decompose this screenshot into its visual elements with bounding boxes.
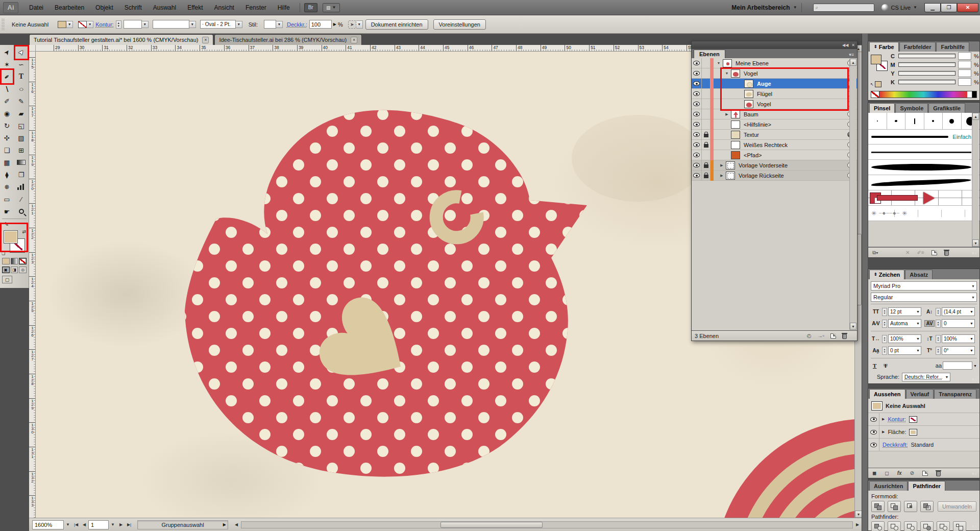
scroll-left-icon[interactable]: ◀: [232, 521, 240, 529]
vertical-scale-field[interactable]: 100%▼: [942, 334, 975, 343]
layer-name[interactable]: Vogel: [753, 101, 847, 107]
expand-triangle[interactable]: [718, 174, 726, 178]
visibility-toggle[interactable]: [692, 140, 702, 150]
fill-color-dropdown[interactable]: ▼: [58, 21, 73, 28]
layer-thumbnail[interactable]: [744, 100, 753, 108]
remove-brush-icon[interactable]: ✕: [905, 250, 910, 255]
underline-button[interactable]: T: [873, 363, 876, 369]
channel-value-field[interactable]: [958, 52, 971, 60]
layer-name[interactable]: Auge: [753, 81, 847, 87]
panel-tab[interactable]: ⇕Farbhilfe: [936, 42, 969, 52]
layer-name[interactable]: Meine Ebene: [732, 60, 847, 66]
baseline-shift-field[interactable]: 0 pt▼: [888, 346, 921, 355]
search-input[interactable]: ⌕: [813, 4, 874, 12]
menu-item[interactable]: Auswahl: [148, 0, 182, 15]
layer-row[interactable]: Vorlage Rückseite: [692, 171, 857, 181]
new-sublayer-icon[interactable]: →▫: [817, 333, 824, 339]
trim-button[interactable]: [888, 521, 901, 531]
stepper-arrow-icon[interactable]: ▶: [333, 22, 336, 27]
draw-behind-button[interactable]: ◨: [11, 267, 18, 273]
type-tool[interactable]: T: [14, 70, 28, 83]
menu-item[interactable]: Schrift: [119, 0, 148, 15]
menu-item[interactable]: Effekt: [182, 0, 208, 15]
font-size-field[interactable]: 12 pt▼: [888, 307, 921, 316]
fill-attribute-row[interactable]: ▶ Fläche:: [868, 426, 979, 439]
panel-menu-icon[interactable]: ▾≡: [972, 471, 977, 476]
fill-beige-swatch[interactable]: [871, 55, 881, 64]
visibility-toggle[interactable]: [692, 130, 702, 140]
taper-brush-row[interactable]: [868, 160, 979, 175]
eye-icon[interactable]: [870, 430, 877, 435]
menu-item[interactable]: Fenster: [240, 0, 272, 15]
calligraphic-brush-row[interactable]: [868, 113, 979, 129]
ellipse-tool[interactable]: ○: [14, 83, 28, 95]
fill-swatch-beige[interactable]: [4, 230, 18, 244]
basic-brush-row[interactable]: Einfach: [868, 129, 979, 144]
shape-builder-tool[interactable]: ❑: [0, 144, 14, 156]
charcoal-brush-row[interactable]: [868, 144, 979, 160]
lock-toggle[interactable]: [702, 109, 710, 119]
layer-row[interactable]: Flügel: [692, 89, 857, 99]
antialias-dropdown[interactable]: [943, 361, 972, 370]
style-dropdown[interactable]: ▼: [264, 20, 283, 29]
gradient-mode-button[interactable]: [11, 258, 18, 264]
divide-button[interactable]: [871, 521, 885, 531]
expand-triangle[interactable]: [723, 71, 731, 75]
layer-thumbnail[interactable]: [731, 110, 740, 118]
zoom-tool[interactable]: [14, 205, 28, 218]
none-swatch[interactable]: [871, 91, 879, 98]
panel-menu-icon[interactable]: ▾≡: [849, 52, 854, 57]
swap-fill-stroke-icon[interactable]: ⇄: [22, 229, 26, 234]
layer-name[interactable]: Baum: [740, 111, 847, 117]
minimize-button[interactable]: ▁: [924, 3, 941, 12]
opacity-attribute-row[interactable]: Deckkraft: Standard: [868, 439, 979, 451]
panel-tab[interactable]: Transparenz: [934, 389, 976, 399]
minus-front-button[interactable]: [888, 501, 901, 512]
lock-toggle[interactable]: [702, 89, 710, 99]
arrange-documents-button[interactable]: ▥▼: [323, 3, 340, 12]
vertical-ruler[interactable]: 1151161171181191201211221231241251261271…: [29, 52, 36, 518]
default-fill-stroke-icon[interactable]: ❏: [2, 251, 5, 256]
width-tool[interactable]: ✣: [0, 132, 14, 144]
lock-toggle[interactable]: [702, 119, 710, 130]
hand-tool[interactable]: ☛: [0, 205, 14, 218]
pen-tool[interactable]: ✒: [0, 70, 14, 83]
scroll-thumb[interactable]: [440, 522, 543, 528]
brushes-scrollbar[interactable]: ▲ ▼: [972, 113, 979, 247]
fill-stroke-proxy[interactable]: [871, 55, 890, 75]
preferences-button[interactable]: Voreinstellungen: [433, 19, 486, 30]
fill-stroke-swatches[interactable]: ⇄ ❏: [0, 228, 29, 257]
ornament-pattern-brush-row[interactable]: ✳─◆──◆─✳: [868, 206, 979, 221]
direct-selection-tool[interactable]: ➤: [14, 46, 28, 58]
stepper[interactable]: ▲▼: [882, 320, 887, 328]
lock-toggle[interactable]: [702, 140, 710, 150]
zoom-dropdown-icon[interactable]: ▼: [64, 521, 72, 529]
prev-page-button[interactable]: ◀: [80, 521, 88, 529]
panel-menu-icon[interactable]: ▾≡: [972, 377, 977, 382]
kerning-field[interactable]: Automa▼: [888, 319, 921, 328]
trash-icon[interactable]: [842, 334, 847, 339]
visibility-toggle[interactable]: [692, 99, 702, 109]
lock-toggle[interactable]: [702, 99, 710, 109]
panel-title-bar[interactable]: ◀◀ ✕: [692, 41, 857, 49]
last-page-button[interactable]: ▶|: [125, 521, 133, 529]
eyedropper-tool[interactable]: ⧫: [0, 168, 14, 181]
symbol-sprayer-tool[interactable]: ✵: [0, 181, 14, 193]
eraser-tool[interactable]: ▰: [14, 107, 28, 119]
menu-item[interactable]: Datei: [23, 0, 49, 15]
stepper[interactable]: ▲▼: [936, 308, 941, 316]
layer-row[interactable]: Vogel: [692, 99, 857, 109]
scroll-down-icon[interactable]: ▼: [855, 511, 862, 518]
channel-value-field[interactable]: [958, 61, 971, 68]
lock-toggle[interactable]: [702, 79, 710, 89]
visibility-toggle[interactable]: [692, 160, 702, 171]
expand-triangle[interactable]: [723, 112, 731, 116]
channel-slider[interactable]: [898, 80, 955, 84]
close-button[interactable]: ✕: [957, 3, 978, 12]
lock-toggle[interactable]: [702, 130, 710, 140]
lock-toggle[interactable]: [702, 150, 710, 160]
layer-row[interactable]: Vorlage Vorderseite: [692, 160, 857, 171]
layer-thumbnail[interactable]: [731, 141, 740, 149]
workspace-switcher[interactable]: Mein Arbeitsbereich▼: [731, 4, 797, 11]
brush-definition-dropdown[interactable]: · Oval - 2 Pt.▼: [200, 20, 242, 29]
